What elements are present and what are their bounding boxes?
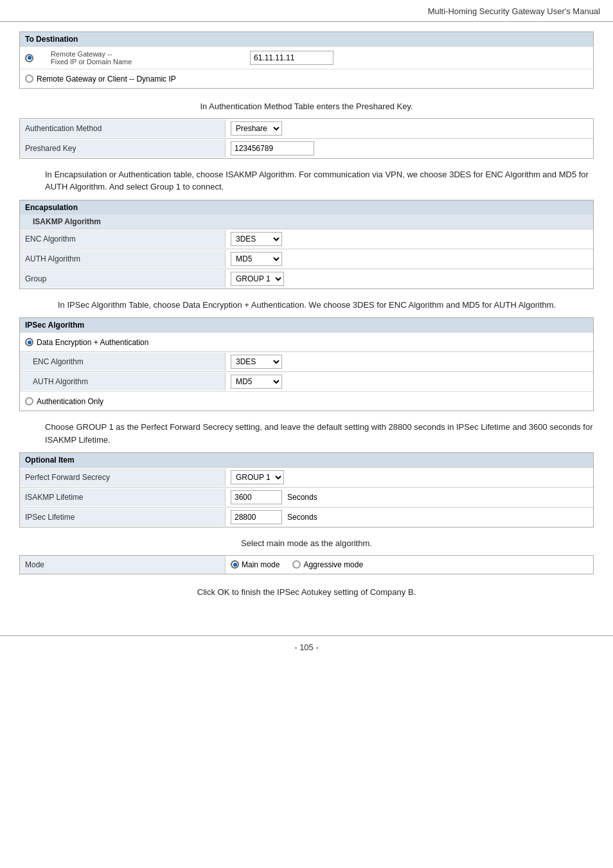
enc-algorithm-label: ENC Algorithm [20,230,226,248]
preshared-key-input[interactable] [231,141,314,155]
page-title: Multi-Homing Security Gateway User's Man… [428,6,600,16]
data-enc-auth-radio[interactable] [25,338,33,346]
group-value: GROUP 1 [226,269,593,288]
encap-header: Encapsulation [20,200,593,215]
main-mode-option: Main mode [231,560,280,569]
ipsec-lifetime-row: IPSec Lifetime Seconds [20,507,593,527]
destination-header: To Destination [20,32,593,46]
group-dropdown[interactable]: GROUP 1 [231,272,284,286]
group-label: Group [20,270,226,288]
auth-only-radio[interactable] [25,397,33,405]
aggressive-mode-label: Aggressive mode [303,560,363,569]
intro-optional-para: Choose GROUP 1 as the Perfect Forward Se… [45,421,594,446]
ipsec-enc-label: ENC Algorithm [20,353,226,371]
intro-auth-para: In Authentication Method Table enters th… [19,100,594,113]
destination-row-1: Remote Gateway -- Fixed IP or Domain Nam… [20,46,593,69]
ipsec-lifetime-label: IPSec Lifetime [20,508,226,526]
mode-table: Mode Main mode Aggressive mode [19,555,594,574]
destination-section: To Destination Remote Gateway -- Fixed I… [19,31,594,89]
encap-subheader: ISAKMP Algorithm [20,215,593,229]
optional-header: Optional Item [20,453,593,467]
auth-method-value: Preshare [226,119,593,138]
destination-row-2: Remote Gateway or Client -- Dynamic IP [20,69,593,88]
intro-ipsec-para: In IPSec Algorithm Table, choose Data En… [58,299,594,312]
auth-algorithm-row: AUTH Algorithm MD5 [20,249,593,269]
group-row: Group GROUP 1 [20,269,593,288]
ipsec-auth-row: AUTH Algorithm MD5 [20,371,593,391]
encap-table: Encapsulation ISAKMP Algorithm ENC Algor… [19,200,594,289]
auth-algorithm-value: MD5 [226,249,593,269]
optional-table: Optional Item Perfect Forward Secrecy GR… [19,452,594,527]
ipsec-auth-label: AUTH Algorithm [20,373,226,391]
option2-text: Remote Gateway or Client -- Dynamic IP [37,75,176,84]
preshared-key-value [226,139,593,158]
auth-only-label: Authentication Only [37,397,103,406]
ipsec-auth-dropdown[interactable]: MD5 [231,375,282,389]
ipsec-enc-value: 3DES [226,352,593,371]
option1-subtext: Fixed IP or Domain Name [51,58,132,66]
ipsec-lifetime-input[interactable] [231,510,282,524]
remote-gateway-ip-input[interactable] [250,51,333,65]
ipsec-lifetime-value: Seconds [226,508,593,527]
isakmp-lifetime-value: Seconds [226,488,593,507]
intro-encap-para: In Encapsulation or Authentication table… [45,168,594,193]
pfs-value: GROUP 1 [226,468,593,487]
pfs-row: Perfect Forward Secrecy GROUP 1 [20,467,593,487]
isakmp-unit-label: Seconds [287,493,317,502]
mode-label: Mode [20,556,226,574]
intro-mode-para: Select main mode as the algorithm. [19,537,594,550]
isakmp-lifetime-input[interactable] [231,490,282,504]
mode-value: Main mode Aggressive mode [226,558,593,572]
pfs-label: Perfect Forward Secrecy [20,468,226,486]
page-header: Multi-Homing Security Gateway User's Man… [0,0,613,22]
auth-method-dropdown[interactable]: Preshare [231,121,282,136]
remote-gateway-dynamic-radio[interactable] [25,75,33,83]
ipsec-table: IPSec Algorithm Data Encryption + Authen… [19,317,594,411]
ipsec-auth-value: MD5 [226,372,593,391]
preshared-key-label: Preshared Key [20,139,226,157]
remote-gateway-fixed-radio[interactable] [25,54,33,62]
aggressive-mode-radio[interactable] [292,560,301,569]
ipsec-enc-row: ENC Algorithm 3DES [20,351,593,371]
enc-algorithm-value: 3DES [226,229,593,249]
remote-gateway-fixed-label: Remote Gateway -- Fixed IP or Domain Nam… [25,50,244,66]
enc-algorithm-row: ENC Algorithm 3DES [20,229,593,249]
auth-method-label: Authentication Method [20,120,226,137]
auth-table: Authentication Method Preshare Preshared… [19,118,594,159]
enc-algorithm-dropdown[interactable]: 3DES [231,232,282,246]
main-mode-label: Main mode [242,560,280,569]
main-mode-radio[interactable] [231,560,239,569]
auth-row-1: Authentication Method Preshare [20,119,593,138]
ipsec-radio-1-row: Data Encryption + Authentication [20,332,593,351]
page-footer: - 105 - [0,635,613,659]
option1-text: Remote Gateway -- [51,50,112,58]
ipsec-header: IPSec Algorithm [20,318,593,332]
ipsec-radio-2-row: Authentication Only [20,391,593,411]
data-enc-auth-label: Data Encryption + Authentication [37,338,148,347]
isakmp-lifetime-label: ISAKMP Lifetime [20,488,226,506]
auth-row-2: Preshared Key [20,138,593,158]
mode-row: Mode Main mode Aggressive mode [20,556,593,574]
pfs-dropdown[interactable]: GROUP 1 [231,470,284,484]
ipsec-enc-dropdown[interactable]: 3DES [231,355,282,369]
aggressive-mode-option: Aggressive mode [292,560,363,569]
outro-para: Click OK to finish the IPSec Aotukey set… [19,586,594,599]
auth-algorithm-label: AUTH Algorithm [20,250,226,268]
auth-algorithm-dropdown[interactable]: MD5 [231,252,282,266]
ipsec-unit-label: Seconds [287,513,317,522]
page-content: To Destination Remote Gateway -- Fixed I… [0,22,613,616]
isakmp-lifetime-row: ISAKMP Lifetime Seconds [20,487,593,507]
page-number: - 105 - [294,642,319,652]
